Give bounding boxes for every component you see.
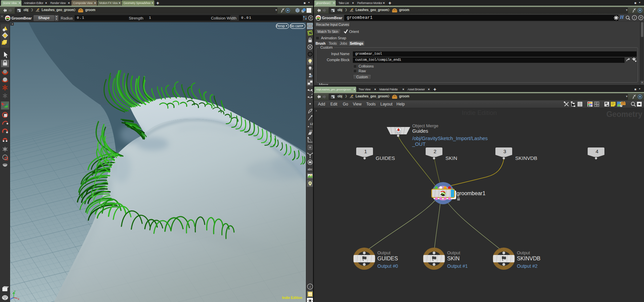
svg-text:Guides: Guides: [412, 128, 428, 134]
svg-text:z: z: [10, 297, 12, 301]
svg-text:Indie Edition: Indie Edition: [462, 109, 497, 116]
svg-text:Output #1: Output #1: [447, 263, 468, 269]
svg-text:x: x: [18, 297, 19, 301]
svg-text:Output: Output: [517, 250, 530, 255]
svg-text:y: y: [14, 289, 16, 293]
svg-text:SKINVDB: SKINVDB: [517, 256, 540, 261]
svg-text:4: 4: [596, 148, 598, 154]
svg-text:i: i: [310, 285, 311, 289]
svg-text:Output #0: Output #0: [377, 263, 398, 269]
svg-text:1: 1: [364, 148, 367, 154]
svg-text:SKIN: SKIN: [447, 256, 460, 261]
svg-text:GUIDES: GUIDES: [376, 155, 395, 161]
svg-text:Indie Edition: Indie Edition: [282, 296, 302, 300]
svg-text:_OUT: _OUT: [412, 141, 426, 147]
svg-text:?: ?: [310, 16, 312, 20]
svg-text:i: i: [634, 16, 635, 19]
svg-text:Output: Output: [447, 250, 460, 255]
svg-text:2: 2: [434, 148, 436, 154]
svg-text:12: 12: [310, 122, 313, 126]
svg-text:Geometry: Geometry: [606, 110, 643, 119]
svg-text:?: ?: [640, 16, 642, 19]
svg-text:GUIDES: GUIDES: [377, 256, 398, 261]
svg-text:Output: Output: [377, 250, 390, 255]
svg-text:Object Merge: Object Merge: [412, 123, 438, 128]
svg-text:No cam: No cam: [290, 24, 302, 28]
svg-text:SKIN: SKIN: [445, 155, 457, 161]
svg-text:/obj/GravitySketch_Import/Lash: /obj/GravitySketch_Import/Lashes: [412, 135, 488, 141]
svg-text:groombear1: groombear1: [457, 190, 485, 196]
svg-text:Persp: Persp: [276, 24, 285, 28]
svg-text:12: 12: [310, 129, 313, 132]
svg-text:SKINVDB: SKINVDB: [515, 155, 537, 161]
svg-text:abc: abc: [308, 168, 313, 171]
svg-text:3: 3: [503, 148, 506, 154]
svg-text:Output #2: Output #2: [517, 263, 538, 269]
